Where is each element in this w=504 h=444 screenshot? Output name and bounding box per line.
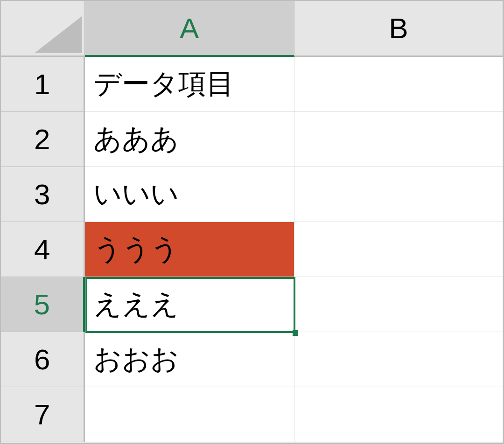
column-header-row: A B [1, 1, 503, 57]
select-all-corner[interactable] [1, 1, 85, 57]
column-header-b[interactable]: B [294, 1, 503, 57]
row-5: 5 えええ [1, 277, 503, 332]
cell-B1[interactable] [294, 57, 503, 112]
spreadsheet-view: A B 1 データ項目 2 あああ 3 いいい 4 ううう 5 [0, 0, 504, 444]
row-header-7[interactable]: 7 [1, 387, 85, 442]
row-3: 3 いいい [1, 167, 503, 222]
cell-B4[interactable] [294, 222, 503, 277]
row-6: 6 おおお [1, 332, 503, 387]
row-header-5[interactable]: 5 [1, 277, 85, 332]
row-header-6[interactable]: 6 [1, 332, 85, 387]
fill-handle[interactable] [293, 330, 298, 336]
cell-A7[interactable] [85, 387, 294, 442]
row-1: 1 データ項目 [1, 57, 503, 112]
grid-area: 1 データ項目 2 あああ 3 いいい 4 ううう 5 えええ [1, 57, 503, 443]
row-4: 4 ううう [1, 222, 503, 277]
cell-B3[interactable] [294, 167, 503, 222]
row-header-1[interactable]: 1 [1, 57, 85, 112]
row-header-2[interactable]: 2 [1, 112, 85, 167]
cell-A5[interactable]: えええ [85, 277, 294, 332]
svg-marker-0 [35, 16, 82, 53]
cell-B5[interactable] [294, 277, 503, 332]
row-header-3[interactable]: 3 [1, 167, 85, 222]
cell-A4[interactable]: ううう [85, 222, 294, 277]
row-7: 7 [1, 387, 503, 442]
cell-B7[interactable] [294, 387, 503, 442]
select-all-triangle-icon [35, 16, 82, 53]
cell-A1[interactable]: データ項目 [85, 57, 294, 112]
cell-A3[interactable]: いいい [85, 167, 294, 222]
cell-A2[interactable]: あああ [85, 112, 294, 167]
cell-A6[interactable]: おおお [85, 332, 294, 387]
column-header-a[interactable]: A [85, 1, 294, 57]
row-2: 2 あああ [1, 112, 503, 167]
row-header-4[interactable]: 4 [1, 222, 85, 277]
cell-B6[interactable] [294, 332, 503, 387]
cell-B2[interactable] [294, 112, 503, 167]
